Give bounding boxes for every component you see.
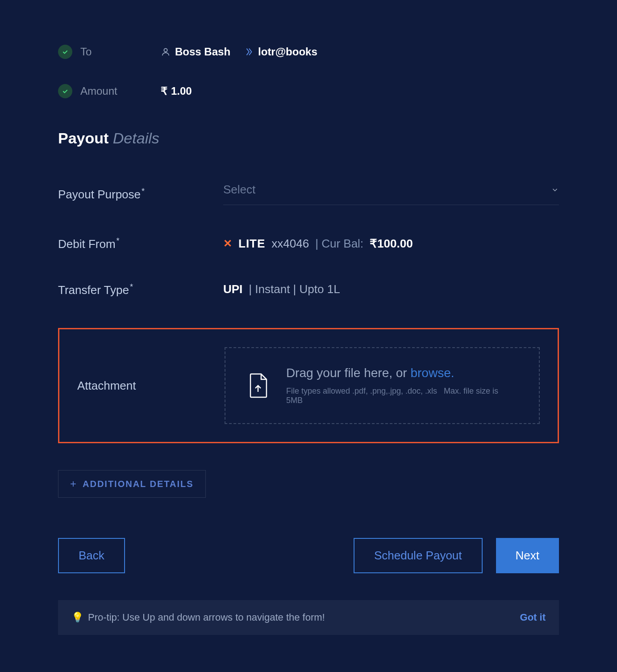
summary-to-row: To Boss Bash lotr@books	[58, 45, 559, 59]
protip-banner: 💡 Pro-tip: Use Up and down arrows to nav…	[58, 600, 559, 635]
debit-info: ✕ LITE xx4046 | Cur Bal: ₹100.00	[223, 237, 413, 251]
account-number: xx4046	[271, 237, 309, 251]
transfer-info: UPI | Instant | Upto 1L	[223, 282, 340, 296]
select-placeholder: Select	[223, 183, 255, 197]
chevron-down-icon	[551, 186, 559, 194]
lite-text: LITE	[238, 237, 265, 251]
dropzone-text: Drag your file here, or browse.	[286, 366, 517, 380]
recipient-name: Boss Bash	[175, 46, 230, 58]
transfer-label: Transfer Type*	[58, 282, 223, 297]
attachment-label: Attachment	[77, 379, 225, 393]
person-icon	[161, 47, 171, 57]
recipient-name-group: Boss Bash	[161, 46, 230, 58]
dropzone-help: File types allowed .pdf, .png,.jpg, .doc…	[286, 386, 517, 405]
to-label: To	[80, 46, 161, 58]
title-bold: Payout	[58, 130, 108, 147]
schedule-payout-button[interactable]: Schedule Payout	[354, 538, 483, 573]
additional-details-button[interactable]: + ADDITIONAL DETAILS	[58, 470, 206, 498]
balance-label: | Cur Bal:	[315, 237, 363, 251]
button-row: Back Schedule Payout Next	[58, 538, 559, 573]
purpose-label: Payout Purpose*	[58, 187, 223, 202]
plus-icon: +	[70, 478, 77, 490]
additional-label: ADDITIONAL DETAILS	[83, 479, 194, 489]
attachment-section: Attachment Drag your file here, or brows…	[58, 328, 559, 443]
summary-amount-row: Amount ₹ 1.00	[58, 84, 559, 98]
protip-text: Pro-tip: Use Up and down arrows to navig…	[88, 612, 325, 623]
debit-from-row: Debit From* ✕ LITE xx4046 | Cur Bal: ₹10…	[58, 236, 559, 251]
amount-value: 1.00	[171, 85, 192, 97]
balance-amount: ₹100.00	[370, 237, 413, 251]
got-it-button[interactable]: Got it	[520, 612, 546, 623]
purpose-select[interactable]: Select	[223, 183, 559, 205]
title-light: Details	[113, 130, 159, 147]
recipient-upi: lotr@books	[258, 46, 317, 58]
upload-icon	[248, 373, 268, 398]
svg-point-0	[164, 49, 167, 52]
transfer-details: | Instant | Upto 1L	[249, 282, 340, 296]
check-icon	[58, 84, 72, 98]
upi-icon	[244, 47, 254, 57]
back-button[interactable]: Back	[58, 538, 125, 573]
x-logo-icon: ✕	[223, 237, 232, 250]
rupee-symbol: ₹	[161, 85, 167, 97]
browse-link[interactable]: browse.	[410, 366, 454, 380]
transfer-type-row: Transfer Type* UPI | Instant | Upto 1L	[58, 282, 559, 297]
recipient-upi-group: lotr@books	[244, 46, 317, 58]
transfer-method: UPI	[223, 282, 242, 296]
payout-purpose-row: Payout Purpose* Select	[58, 183, 559, 205]
bulb-icon: 💡	[71, 612, 83, 623]
check-icon	[58, 45, 72, 59]
debit-label: Debit From*	[58, 236, 223, 251]
file-dropzone[interactable]: Drag your file here, or browse. File typ…	[225, 347, 540, 424]
next-button[interactable]: Next	[496, 538, 559, 573]
section-title: Payout Details	[58, 130, 559, 147]
amount-label: Amount	[80, 85, 161, 97]
